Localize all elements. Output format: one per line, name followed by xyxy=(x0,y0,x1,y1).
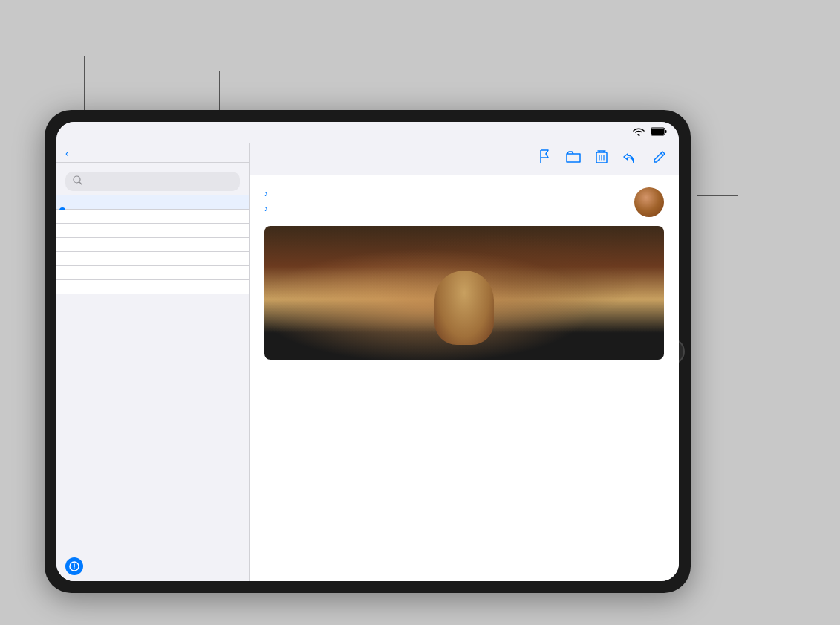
mail-item-1[interactable] xyxy=(56,210,249,224)
mail-item-5[interactable] xyxy=(56,266,249,280)
svg-rect-1 xyxy=(651,129,664,135)
footer-icon xyxy=(65,557,83,575)
chevron-left-icon: ‹ xyxy=(65,147,69,159)
sidebar-header: ‹ xyxy=(56,143,249,163)
email-from: › xyxy=(264,187,664,199)
compose-button[interactable] xyxy=(652,149,667,168)
email-content: › › xyxy=(250,175,679,581)
search-icon xyxy=(73,175,82,187)
ipad-screen: ‹ xyxy=(56,122,679,581)
wifi-icon xyxy=(633,127,645,137)
inbox-title xyxy=(56,163,249,169)
sidebar: ‹ xyxy=(56,143,250,581)
mail-list xyxy=(56,195,249,551)
to-chevron: › xyxy=(264,202,268,214)
back-button[interactable]: ‹ xyxy=(65,147,71,159)
mail-item-3[interactable] xyxy=(56,238,249,252)
status-bar xyxy=(56,122,679,143)
annotation-line-compose xyxy=(697,195,738,196)
sender-avatar xyxy=(634,187,664,217)
search-bar[interactable] xyxy=(65,172,240,191)
mail-item-0[interactable] xyxy=(56,195,249,210)
image-inner xyxy=(264,226,664,360)
email-attachment-image xyxy=(264,226,664,360)
status-right xyxy=(633,127,667,137)
reply-button[interactable] xyxy=(622,151,637,166)
from-chevron: › xyxy=(264,187,268,199)
flag-button[interactable] xyxy=(539,149,551,168)
folder-button[interactable] xyxy=(566,151,581,166)
email-to-left: › xyxy=(264,202,268,214)
annotation-line-postfacher xyxy=(84,56,85,111)
trash-button[interactable] xyxy=(596,149,608,168)
svg-line-15 xyxy=(661,153,663,155)
battery-icon xyxy=(651,127,667,137)
email-detail: › › xyxy=(250,143,679,581)
annotation-line-mehrere xyxy=(219,71,220,114)
mail-item-6[interactable] xyxy=(56,280,249,294)
main-content: ‹ xyxy=(56,143,679,581)
sidebar-footer xyxy=(56,551,249,581)
ipad-frame: ‹ xyxy=(45,110,691,593)
svg-line-4 xyxy=(79,182,82,184)
svg-rect-2 xyxy=(665,130,667,133)
email-toolbar xyxy=(250,143,679,175)
mail-item-4[interactable] xyxy=(56,252,249,266)
email-to: › xyxy=(264,202,625,214)
svg-point-7 xyxy=(74,568,75,569)
mail-item-2[interactable] xyxy=(56,224,249,238)
